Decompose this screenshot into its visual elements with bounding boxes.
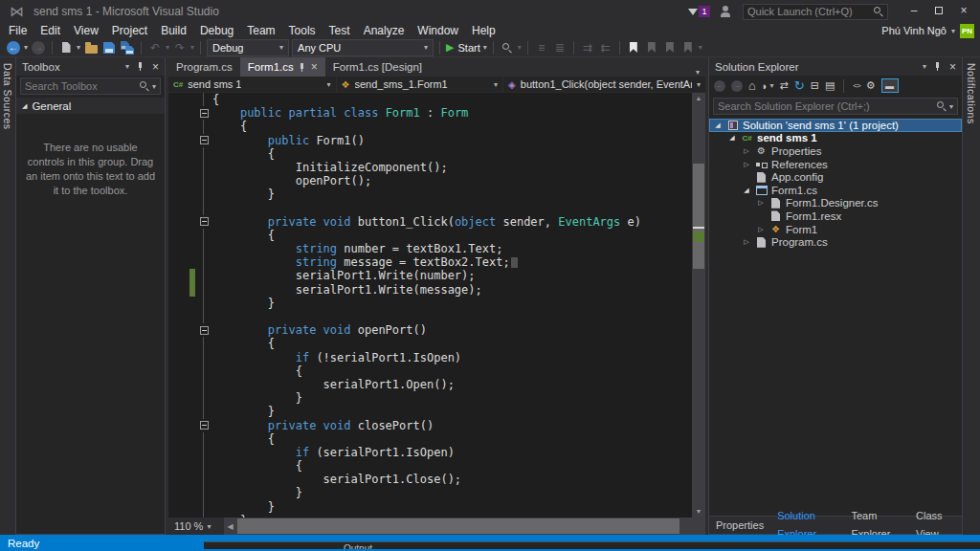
- code-line[interactable]: if (serialPort1.IsOpen): [168, 446, 692, 459]
- code-line[interactable]: {: [168, 459, 692, 473]
- code-line[interactable]: {: [168, 432, 692, 446]
- code-line[interactable]: {: [168, 337, 692, 350]
- feedback-icon[interactable]: [720, 6, 731, 17]
- navigate-forward-button[interactable]: →: [31, 39, 46, 56]
- refresh-button[interactable]: ↻: [794, 78, 805, 93]
- document-list-dropdown[interactable]: ▾: [690, 68, 705, 77]
- code-line[interactable]: private void openPort(): [168, 323, 692, 337]
- redo-dropdown[interactable]: ▾: [190, 43, 194, 52]
- solution-explorer-search-input[interactable]: Search Solution Explorer (Ctrl+;) ▾: [713, 98, 958, 115]
- pin-icon[interactable]: [299, 62, 306, 73]
- clear-bookmarks-button[interactable]: [680, 39, 696, 56]
- save-button[interactable]: [101, 39, 117, 56]
- code-line[interactable]: if (!serialPort1.IsOpen): [168, 351, 692, 364]
- fold-toggle[interactable]: [200, 421, 209, 430]
- tree-item-program-cs[interactable]: ▷Program.cs: [709, 235, 962, 249]
- close-button[interactable]: ×: [951, 3, 976, 20]
- code-line[interactable]: {: [168, 364, 692, 378]
- tab-form1-cs-design[interactable]: Form1.cs [Design]: [325, 57, 430, 77]
- collapse-all-button[interactable]: ⊟: [811, 79, 819, 92]
- code-line[interactable]: }: [168, 391, 692, 405]
- scroll-down-icon[interactable]: ▼: [692, 506, 705, 518]
- code-line[interactable]: [168, 310, 692, 323]
- new-file-button[interactable]: [58, 39, 74, 56]
- solution-platform-combo[interactable]: Any CPU ▾: [292, 39, 434, 56]
- code-line[interactable]: public partial class Form1 : Form: [168, 106, 692, 120]
- code-line[interactable]: public Form1(): [168, 134, 692, 147]
- code-line[interactable]: {: [168, 229, 692, 242]
- tree-item-form1-cs[interactable]: ◢Form1.cs: [709, 184, 962, 197]
- new-file-dropdown[interactable]: ▾: [77, 43, 80, 52]
- menu-project[interactable]: Project: [105, 23, 154, 38]
- code-line[interactable]: private void button1_Click(object sender…: [168, 215, 692, 229]
- code-line[interactable]: private void closePort(): [168, 419, 692, 432]
- fold-toggle[interactable]: [200, 217, 209, 226]
- close-icon[interactable]: ×: [949, 62, 956, 72]
- start-debugging-button[interactable]: ▶ Start ▾: [446, 39, 487, 56]
- menu-tools[interactable]: Tools: [282, 23, 323, 38]
- code-line[interactable]: }: [168, 187, 692, 201]
- find-in-files-button[interactable]: [500, 39, 515, 56]
- navigate-backward-button[interactable]: ←: [6, 39, 21, 56]
- code-line[interactable]: {: [168, 93, 692, 106]
- code-line[interactable]: }: [168, 486, 692, 499]
- scroll-up-icon[interactable]: ▲: [692, 93, 705, 104]
- tree-item-properties[interactable]: ▷⚙Properties: [709, 144, 962, 158]
- tab-form1-cs[interactable]: Form1.cs×: [240, 57, 325, 77]
- minimize-button[interactable]: –: [902, 3, 926, 20]
- bookmark-dropdown[interactable]: ▾: [699, 43, 702, 52]
- previous-bookmark-button[interactable]: [644, 39, 659, 56]
- toolbox-section-general[interactable]: ◢ General: [16, 98, 165, 114]
- code-line[interactable]: }: [168, 405, 692, 418]
- fold-toggle[interactable]: [200, 136, 209, 144]
- menu-team[interactable]: Team: [240, 23, 281, 38]
- restore-button[interactable]: [926, 3, 951, 20]
- tree-item-app-config[interactable]: App.config: [709, 170, 962, 184]
- notifications-tab[interactable]: Notifications: [966, 63, 977, 535]
- code-line[interactable]: {: [168, 147, 692, 161]
- vertical-scrollbar[interactable]: ÷ ▲ ▼: [692, 93, 705, 518]
- menu-help[interactable]: Help: [465, 23, 502, 38]
- expander-icon[interactable]: ◢: [713, 121, 723, 129]
- tab-program-cs[interactable]: Program.cs: [168, 57, 240, 77]
- quick-launch-input[interactable]: Quick Launch (Ctrl+Q): [743, 4, 888, 20]
- project-dropdown[interactable]: C# send sms 1 ▾: [168, 77, 337, 92]
- toolbox-search-input[interactable]: Search Toolbox ▾: [20, 77, 161, 95]
- code-line[interactable]: openPort();: [168, 174, 692, 187]
- tree-item-form1-designer-cs[interactable]: ▷Form1.Designer.cs: [709, 197, 962, 210]
- menu-view[interactable]: View: [67, 23, 105, 38]
- decrease-indent-button[interactable]: ≡: [534, 39, 549, 56]
- vertical-scrollbar-thumb[interactable]: [693, 164, 704, 269]
- horizontal-scrollbar-thumb[interactable]: [237, 518, 679, 534]
- expander-icon[interactable]: ▷: [742, 238, 751, 246]
- pin-icon[interactable]: [934, 61, 942, 72]
- menu-test[interactable]: Test: [323, 23, 357, 38]
- fold-toggle[interactable]: [200, 326, 209, 335]
- member-dropdown[interactable]: ◈ button1_Click(object sender, EventArgs…: [503, 77, 705, 92]
- toggle-bookmark-button[interactable]: [626, 39, 641, 56]
- menu-build[interactable]: Build: [154, 23, 193, 38]
- code-line[interactable]: serialPort1.Open();: [168, 378, 692, 391]
- horizontal-scrollbar[interactable]: ◀: [224, 518, 705, 535]
- solution-explorer-title-bar[interactable]: Solution Explorer ▾ ×: [709, 57, 962, 76]
- window-position-menu-icon[interactable]: ▾: [923, 62, 926, 71]
- sync-with-active-document-button[interactable]: ⇄: [780, 79, 789, 92]
- expander-icon[interactable]: ▷: [742, 147, 751, 155]
- view-code-button[interactable]: <>: [853, 81, 859, 90]
- type-dropdown[interactable]: ❖ send_sms_1.Form1 ▾: [337, 77, 504, 92]
- expander-icon[interactable]: ◢: [727, 134, 737, 142]
- menu-edit[interactable]: Edit: [33, 23, 67, 38]
- home-button[interactable]: ⌂: [748, 78, 756, 93]
- close-icon[interactable]: ×: [152, 62, 159, 72]
- undo-dropdown[interactable]: ▾: [166, 43, 169, 52]
- redo-button[interactable]: ↷: [172, 39, 188, 56]
- code-line[interactable]: }: [168, 500, 692, 514]
- output-window-edge[interactable]: Output: [204, 541, 980, 549]
- expander-icon[interactable]: ▷: [742, 161, 751, 168]
- code-line[interactable]: {: [168, 120, 692, 133]
- code-line[interactable]: string number = textBox1.Text;: [168, 242, 692, 255]
- preview-selected-items-toggle[interactable]: ▬: [881, 78, 899, 93]
- notifications-flag-button[interactable]: 1: [688, 6, 710, 17]
- code-line[interactable]: serialPort1.Write(message);: [168, 283, 692, 297]
- tree-item-form1-resx[interactable]: Form1.resx: [709, 209, 962, 223]
